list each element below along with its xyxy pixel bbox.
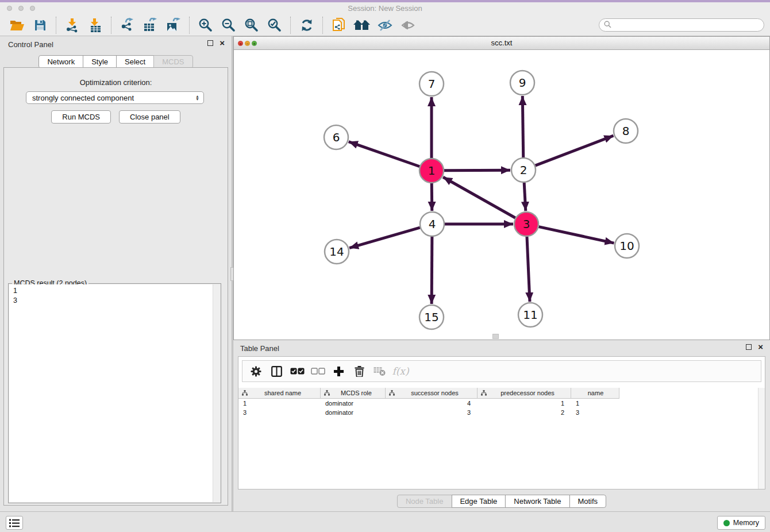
- network-hscroll-thumb[interactable]: [492, 334, 499, 339]
- delete-icon[interactable]: [351, 363, 368, 380]
- column-header-name[interactable]: name: [571, 388, 619, 399]
- graph-edge-2-9[interactable]: [522, 96, 523, 157]
- column-header-predecessor-nodes[interactable]: predecessor nodes: [478, 388, 571, 399]
- graph-edge-4-14[interactable]: [349, 228, 420, 248]
- save-session-icon[interactable]: [29, 16, 52, 34]
- tab-select[interactable]: Select: [116, 55, 154, 68]
- search-input[interactable]: [614, 21, 759, 30]
- open-session-icon[interactable]: [6, 16, 29, 34]
- network-canvas[interactable]: 7968124314101511: [234, 50, 769, 340]
- graph-node-3[interactable]: 3: [514, 212, 538, 236]
- graph-node-9[interactable]: 9: [510, 71, 534, 95]
- tab-network[interactable]: Network: [38, 55, 83, 68]
- add-column-icon[interactable]: [330, 363, 347, 380]
- graph-node-14[interactable]: 14: [325, 240, 349, 264]
- column-header-successor-nodes[interactable]: successor nodes: [386, 388, 478, 399]
- refresh-icon[interactable]: [295, 16, 318, 34]
- graph-edge-1-4[interactable]: [432, 183, 432, 211]
- column-header-icon: [389, 390, 395, 396]
- graph-node-15[interactable]: 15: [419, 305, 444, 329]
- graph-node-label: 1: [428, 164, 436, 178]
- zoom-selected-icon[interactable]: [263, 16, 286, 34]
- graph-node-6[interactable]: 6: [324, 125, 348, 149]
- table-scrollbar[interactable]: [758, 388, 765, 489]
- split-columns-icon[interactable]: [268, 363, 285, 380]
- close-panel-icon[interactable]: ×: [220, 40, 225, 46]
- export-network-icon[interactable]: [116, 16, 139, 34]
- duplicate-network-icon[interactable]: [328, 16, 351, 34]
- tab-motifs[interactable]: Motifs: [569, 495, 606, 508]
- graph-node-11[interactable]: 11: [518, 303, 542, 327]
- table-cell: 3: [238, 408, 321, 417]
- graph-edge-1-2[interactable]: [444, 170, 510, 171]
- search-box[interactable]: [599, 18, 764, 32]
- graph-node-label: 6: [333, 130, 340, 144]
- column-header-MCDS-role[interactable]: MCDS role: [321, 388, 386, 399]
- import-network-icon[interactable]: [61, 16, 84, 34]
- table-cell: 3: [571, 408, 619, 417]
- table-cell: 1: [238, 399, 321, 408]
- result-scrollbar[interactable]: [213, 284, 220, 502]
- table-header-row: shared nameMCDS rolesuccessor nodesprede…: [238, 388, 619, 399]
- column-header-shared-name[interactable]: shared name: [238, 388, 321, 399]
- close-panel-icon[interactable]: ×: [758, 344, 763, 350]
- network-graph[interactable]: 7968124314101511: [234, 50, 769, 340]
- graph-node-8[interactable]: 8: [614, 119, 638, 143]
- run-mcds-button[interactable]: Run MCDS: [51, 110, 111, 124]
- gear-icon[interactable]: [247, 363, 264, 380]
- memory-status-dot: [723, 520, 730, 526]
- graph-edge-1-6[interactable]: [349, 142, 420, 167]
- zoom-fit-icon[interactable]: [240, 16, 263, 34]
- hide-panels-icon[interactable]: [374, 16, 396, 34]
- float-panel-icon[interactable]: [207, 40, 213, 46]
- graph-edge-3-11[interactable]: [527, 237, 530, 302]
- zoom-out-icon[interactable]: [217, 16, 240, 34]
- delete-table-icon[interactable]: [371, 363, 388, 380]
- tab-network-table[interactable]: Network Table: [505, 495, 569, 508]
- export-table-icon[interactable]: [139, 16, 162, 34]
- export-image-icon[interactable]: [162, 16, 185, 34]
- table-cell: 4: [386, 399, 478, 408]
- optimization-criterion-select[interactable]: strongly connected component ▲▼: [26, 91, 204, 104]
- tab-mcds[interactable]: MCDS: [153, 55, 192, 68]
- tab-node-table[interactable]: Node Table: [397, 495, 452, 508]
- graph-node-label: 2: [520, 163, 528, 177]
- float-panel-icon[interactable]: [746, 344, 752, 350]
- close-panel-button[interactable]: Close panel: [119, 110, 180, 124]
- table-cell: 1: [571, 399, 619, 408]
- graph-node-1[interactable]: 1: [419, 159, 444, 183]
- graph-node-10[interactable]: 10: [615, 234, 639, 258]
- column-header-label: shared name: [248, 390, 318, 396]
- graph-node-2[interactable]: 2: [511, 158, 536, 182]
- graph-edge-3-10[interactable]: [538, 227, 614, 243]
- deselect-checkboxes-icon[interactable]: [309, 363, 326, 380]
- select-all-checkboxes-icon[interactable]: [288, 363, 306, 380]
- import-table-icon[interactable]: [84, 16, 107, 34]
- graph-node-label: 4: [429, 217, 436, 231]
- tab-edge-table[interactable]: Edge Table: [451, 495, 506, 508]
- graph-edge-2-8[interactable]: [536, 136, 614, 165]
- mcds-panel: Optimization criterion: strongly connect…: [3, 67, 228, 506]
- eye-icon[interactable]: [396, 16, 419, 34]
- graph-edge-2-3[interactable]: [524, 183, 526, 211]
- control-panel-tabs: Network Style Select MCDS: [0, 55, 232, 68]
- table-row[interactable]: 1dominator411: [238, 399, 619, 408]
- node-table: f(x) shared nameMCDS rolesuccessor nodes…: [238, 356, 765, 489]
- column-header-label: predecessor nodes: [487, 390, 568, 396]
- task-history-button[interactable]: [6, 516, 23, 530]
- memory-button[interactable]: Memory: [717, 516, 765, 530]
- tab-style[interactable]: Style: [83, 55, 117, 68]
- graph-edge-4-15[interactable]: [432, 237, 432, 304]
- graph-edge-3-1[interactable]: [443, 177, 515, 218]
- zoom-in-icon[interactable]: [194, 16, 217, 34]
- home-icon[interactable]: [351, 16, 374, 34]
- graph-node-4[interactable]: 4: [420, 212, 444, 236]
- column-header-label: successor nodes: [395, 390, 475, 396]
- mcds-result-textarea[interactable]: 1 3: [9, 284, 213, 502]
- graph-node-7[interactable]: 7: [419, 72, 444, 96]
- function-builder-icon[interactable]: f(x): [392, 363, 409, 380]
- column-header-icon: [242, 390, 248, 396]
- status-bar: Memory: [0, 511, 770, 532]
- selected-option: strongly connected component: [32, 94, 134, 102]
- table-row[interactable]: 3dominator323: [238, 408, 619, 417]
